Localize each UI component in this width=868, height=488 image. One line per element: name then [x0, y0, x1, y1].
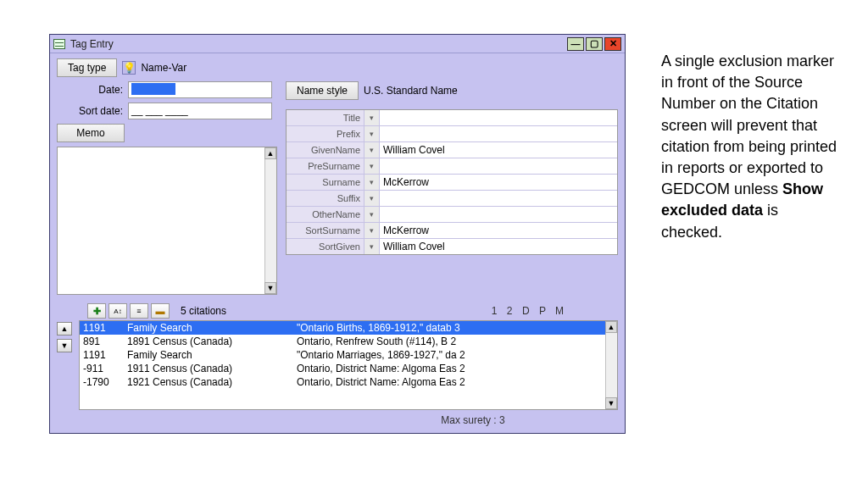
citation-column-headers: 1 2 D P M [492, 305, 567, 317]
citation-row[interactable]: -17901921 Census (Canada)Ontario, Distri… [80, 375, 617, 389]
scroll-up-icon[interactable]: ▲ [605, 321, 617, 333]
list-citation-button[interactable]: ≡ [130, 303, 148, 319]
add-citation-button[interactable]: ✚ [87, 303, 106, 319]
citation-row[interactable]: 1191Family Search"Ontario Births, 1869-1… [80, 321, 617, 335]
sort-citation-button[interactable]: A↕ [108, 303, 127, 319]
chevron-down-icon[interactable]: ▾ [364, 175, 380, 190]
othername-field[interactable] [383, 208, 614, 220]
citation-count: 5 citations [181, 305, 226, 317]
field-label: Prefix [287, 126, 364, 141]
minimize-button[interactable]: — [567, 37, 584, 51]
tag-type-value: Name-Var [141, 62, 186, 74]
citation-row[interactable]: -9111911 Census (Canada)Ontario, Distric… [80, 362, 617, 375]
sort-date-input[interactable]: __ ___ ____ [128, 103, 272, 119]
citation-up-button[interactable]: ▲ [57, 322, 72, 336]
field-label: SortGiven [287, 239, 364, 254]
name-style-value: U.S. Standard Name [364, 85, 458, 97]
date-input[interactable] [128, 81, 272, 98]
tag-type-button[interactable]: Tag type [57, 58, 117, 77]
citation-down-button[interactable]: ▼ [57, 339, 72, 352]
field-label: GivenName [287, 142, 364, 158]
presurname-field[interactable] [383, 160, 614, 172]
chevron-down-icon[interactable]: ▾ [364, 142, 380, 158]
field-label: PreSurname [287, 158, 364, 174]
chevron-down-icon[interactable]: ▾ [364, 223, 380, 238]
chevron-down-icon[interactable]: ▾ [364, 191, 380, 206]
maximize-button[interactable]: ▢ [586, 37, 603, 51]
citation-scrollbar[interactable] [605, 321, 617, 409]
annotation-text: A single exclusion marker in front of th… [661, 51, 839, 243]
date-label: Date: [57, 84, 123, 96]
title-field[interactable] [383, 112, 614, 124]
field-label: Suffix [287, 191, 364, 206]
chevron-down-icon[interactable]: ▾ [364, 239, 380, 254]
chevron-down-icon[interactable]: ▾ [364, 110, 380, 125]
citation-list[interactable]: 1191Family Search"Ontario Births, 1869-1… [79, 320, 618, 410]
chevron-down-icon[interactable]: ▾ [364, 158, 380, 174]
citation-row[interactable]: 8911891 Census (Canada)Ontario, Renfrew … [80, 335, 617, 348]
field-label: OtherName [287, 207, 364, 222]
memo-scrollbar[interactable] [264, 147, 276, 294]
chevron-down-icon[interactable]: ▾ [364, 207, 380, 222]
citation-row[interactable]: 1191Family Search"Ontario Marriages, 186… [80, 348, 617, 362]
tag-entry-window: Tag Entry — ▢ ✕ Tag type 💡 Name-Var Date… [49, 34, 626, 434]
memo-button[interactable]: Memo [57, 124, 125, 142]
remove-citation-button[interactable]: ▬ [151, 303, 170, 319]
suffix-field[interactable] [383, 192, 614, 204]
field-label: Title [287, 110, 364, 125]
scroll-down-icon[interactable]: ▼ [605, 397, 617, 409]
field-label: Surname [287, 175, 364, 190]
max-surety-label: Max surety : 3 [57, 414, 618, 426]
sort-date-label: Sort date: [57, 105, 123, 117]
givenname-field[interactable] [383, 144, 614, 156]
scroll-down-icon[interactable]: ▼ [264, 282, 276, 294]
app-icon [53, 39, 65, 49]
field-label: SortSurname [287, 223, 364, 238]
window-title: Tag Entry [70, 38, 567, 50]
chevron-down-icon[interactable]: ▾ [364, 126, 380, 141]
titlebar: Tag Entry — ▢ ✕ [50, 35, 625, 53]
sortgiven-field[interactable] [383, 241, 614, 252]
prefix-field[interactable] [383, 128, 614, 140]
memo-textarea[interactable]: ▲ ▼ [57, 147, 277, 295]
close-button[interactable]: ✕ [604, 37, 621, 51]
hint-bulb-icon[interactable]: 💡 [122, 61, 136, 75]
surname-field[interactable] [383, 176, 614, 188]
name-fields-grid: Title▾ Prefix▾ GivenName▾ PreSurname▾ Su… [286, 109, 618, 255]
sortsurname-field[interactable] [383, 225, 614, 236]
scroll-up-icon[interactable]: ▲ [264, 147, 276, 159]
name-style-button[interactable]: Name style [286, 81, 359, 100]
